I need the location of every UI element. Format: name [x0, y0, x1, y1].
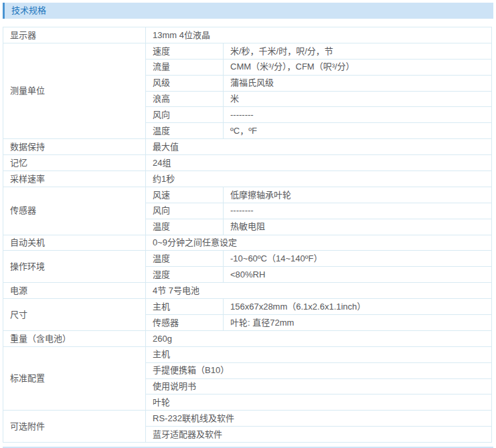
spec-label: 尺寸: [3, 299, 146, 331]
spec-value: 蓝牙适配器及软件: [146, 427, 492, 443]
spec-value: 主机: [146, 346, 492, 362]
spec-value: 156x67x28mm（6.1x2.6x1.1inch）: [224, 299, 492, 315]
spec-value: 低摩擦轴承叶轮: [224, 187, 492, 203]
table-row: 可选附件 RS-232联机线及软件: [3, 411, 492, 427]
table-row: 操作环境 温度 -10~60ºC（14~140ºF）: [3, 251, 492, 267]
spec-label: 自动关机: [3, 235, 146, 251]
spec-value: --------: [224, 203, 492, 219]
spec-value: 蒲福氏风级: [224, 75, 492, 91]
spec-label: 电源: [3, 283, 146, 299]
table-row: 尺寸 主机 156x67x28mm（6.1x2.6x1.1inch）: [3, 299, 492, 315]
spec-value: 热敏电阻: [224, 219, 492, 235]
spec-sublabel: 速度: [146, 43, 224, 59]
table-row: 传感器 风速 低摩擦轴承叶轮: [3, 187, 492, 203]
spec-sublabel: 风向: [146, 203, 224, 219]
spec-value: -10~60ºC（14~140ºF）: [224, 251, 492, 267]
spec-sublabel: 传感器: [146, 315, 224, 331]
spec-label: 传感器: [3, 187, 146, 235]
spec-value: 约1秒: [146, 171, 492, 187]
page-title: 技术规格: [11, 5, 46, 15]
spec-label: 数据保持: [3, 139, 146, 155]
spec-label: 重量（含电池）: [3, 330, 146, 346]
spec-sublabel: 温度: [146, 219, 224, 235]
spec-label: 标准配置: [3, 346, 146, 411]
table-row: 标准配置 主机: [3, 346, 492, 362]
spec-value: <80%RH: [224, 267, 492, 283]
spec-label: 记忆: [3, 155, 146, 171]
spec-sublabel: 温度: [146, 251, 224, 267]
spec-sublabel: 风速: [146, 187, 224, 203]
section-header: 技术规格: [3, 3, 493, 19]
spec-value: 260g: [146, 330, 492, 346]
spec-label: 测量单位: [3, 43, 146, 138]
spec-label: 采样速率: [3, 171, 146, 187]
table-row: 电源 4节 7号电池: [3, 283, 492, 299]
specs-table: 显示器 13mm 4位液晶 测量单位 速度 米/秒，千米/时，呎/分，节 流量 …: [3, 27, 492, 443]
spec-value: 手提便携箱（B10）: [146, 362, 492, 378]
table-row: 采样速率 约1秒: [3, 171, 492, 187]
spec-value: 叶轮: [146, 395, 492, 411]
table-row: 自动关机 0~9分钟之间任意设定: [3, 235, 492, 251]
table-row: 显示器 13mm 4位液晶: [3, 27, 492, 43]
spec-value: 米: [224, 91, 492, 107]
spec-label: 显示器: [3, 27, 146, 43]
spec-value: 13mm 4位液晶: [146, 27, 492, 43]
spec-sublabel: 主机: [146, 299, 224, 315]
spec-value: 4节 7号电池: [146, 283, 492, 299]
page: 技术规格 显示器 13mm 4位液晶 测量单位 速度 米/秒，千米/时，呎/分，…: [0, 0, 496, 448]
spec-label: 操作环境: [3, 251, 146, 283]
table-row: 数据保持 最大值: [3, 139, 492, 155]
spec-value: CMM（米³/分），CFM（呎³/分）: [224, 59, 492, 75]
table-row: 测量单位 速度 米/秒，千米/时，呎/分，节: [3, 43, 492, 59]
spec-value: 米/秒，千米/时，呎/分，节: [224, 43, 492, 59]
spec-sublabel: 风级: [146, 75, 224, 91]
table-row: 记忆 24组: [3, 155, 492, 171]
spec-sublabel: 流量: [146, 59, 224, 75]
spec-value: ºC，ºF: [224, 123, 492, 139]
spec-sublabel: 浪高: [146, 91, 224, 107]
spec-sublabel: 湿度: [146, 267, 224, 283]
spec-label: 可选附件: [3, 411, 146, 443]
spec-value: 使用说明书: [146, 378, 492, 395]
spec-value: 最大值: [146, 139, 492, 155]
spec-sublabel: 风向: [146, 107, 224, 123]
spec-value: --------: [224, 107, 492, 123]
spec-sublabel: 温度: [146, 123, 224, 139]
spec-value: 24组: [146, 155, 492, 171]
spec-value: RS-232联机线及软件: [146, 411, 492, 427]
table-row: 重量（含电池） 260g: [3, 330, 492, 346]
spec-value: 叶轮: 直径72mm: [224, 315, 492, 331]
spec-value: 0~9分钟之间任意设定: [146, 235, 492, 251]
